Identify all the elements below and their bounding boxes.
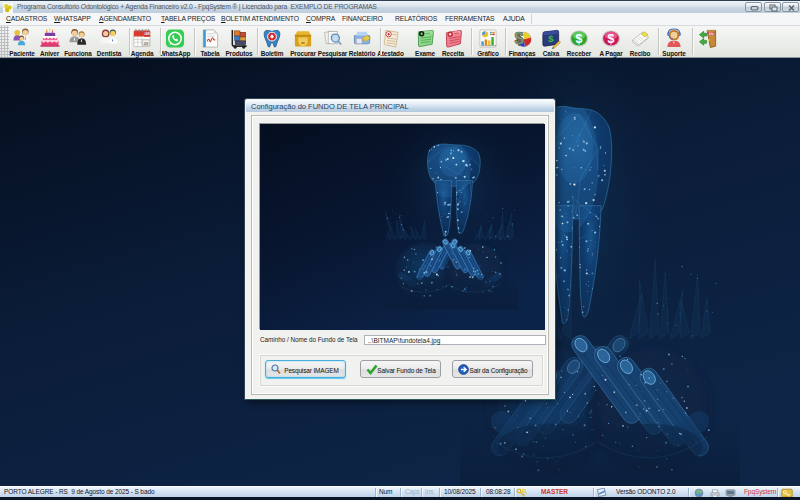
svg-text:EXIT: EXIT xyxy=(708,32,715,36)
svg-text:$: $ xyxy=(515,29,524,47)
svg-text:$: $ xyxy=(576,32,583,46)
svg-text:$: $ xyxy=(608,32,615,46)
svg-text:29: 29 xyxy=(143,41,148,46)
svg-text:JAN: JAN xyxy=(144,32,150,36)
svg-text:$: $ xyxy=(548,33,554,44)
